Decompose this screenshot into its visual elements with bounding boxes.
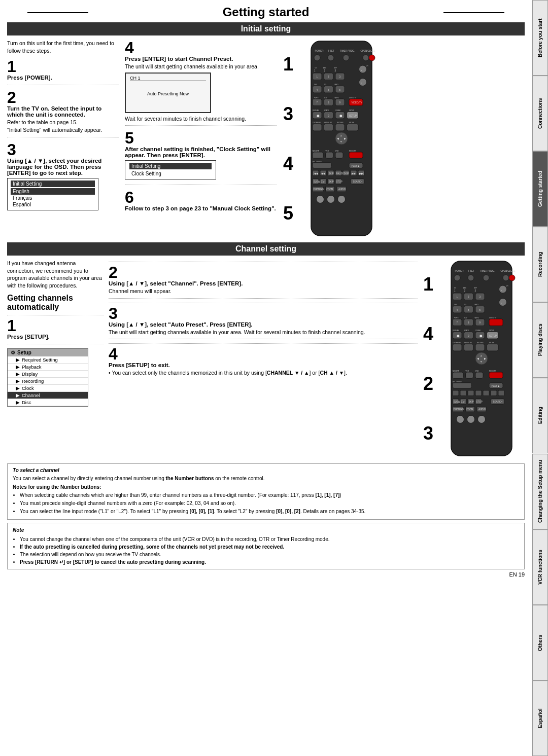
remote-step-label-3: 3 [283, 103, 293, 125]
channel-screen-body: Auto Presetting Now [130, 83, 206, 96]
svg-text:ZOOM: ZOOM [326, 188, 333, 191]
remote-top-step-labels: 1 3 4 5 [283, 40, 293, 238]
channel-intro: If you have changed antenna connection, … [7, 260, 104, 290]
svg-text:|◀◀: |◀◀ [314, 172, 318, 175]
remote-bottom-svg: POWER T-SET TIMER PROG. OPEN/CLOSE GI 1 … [443, 260, 520, 457]
svg-text:TIMER PROG.: TIMER PROG. [480, 270, 495, 272]
sidebar-tab-connections[interactable]: Connections [532, 76, 548, 151]
svg-text:▼: ▼ [340, 140, 342, 143]
svg-text:CLEAR: CLEAR [335, 110, 341, 112]
svg-rect-208 [483, 390, 489, 396]
svg-text:STOP: STOP [476, 401, 483, 403]
page-title: Getting started [223, 5, 310, 19]
step-4-block: 4 Press [ENTER] to start Channel Preset.… [125, 40, 277, 126]
sidebar-tab-getting-started[interactable]: Getting started [532, 151, 548, 227]
svg-point-9 [369, 55, 375, 61]
svg-text:AUDIO: AUDIO [338, 188, 346, 191]
svg-rect-80 [326, 152, 333, 158]
step-4-title: Press [ENTER] to start Channel Preset. [125, 56, 277, 62]
page-footer: EN 19 [7, 571, 525, 578]
step-2-title: Turn the TV on. Select the input to whic… [7, 105, 119, 118]
svg-text:DUBBING: DUBBING [314, 188, 324, 191]
svg-text:GI: GI [454, 287, 456, 289]
svg-text:AUDIO: AUDIO [478, 408, 486, 411]
svg-text:REC SPEED: REC SPEED [453, 381, 462, 383]
svg-text:OPEN/CLOSE: OPEN/CLOSE [501, 270, 516, 272]
svg-text:SETUP: SETUP [349, 110, 354, 112]
sidebar-tab-espanol[interactable]: Español [532, 680, 548, 756]
svg-rect-201 [453, 383, 472, 388]
remote-bottom-container: 1 4 2 3 POWER T-SET TIMER PROG. OPEN/CLO… [423, 260, 525, 458]
sidebar-tab-recording[interactable]: Recording [532, 227, 548, 302]
svg-rect-186 [487, 344, 499, 351]
gc-step-2-title: Using [▲ / ▼], select "Channel". Press [… [109, 280, 418, 286]
svg-rect-82 [349, 152, 363, 158]
svg-text:SPACE: SPACE [324, 110, 329, 112]
remote-step-label-5: 5 [283, 203, 293, 224]
step-2-block: 2 Turn the TV on. Select the input to wh… [7, 89, 119, 137]
step-4-subtext: Wait for several minutes to finish chann… [125, 115, 277, 123]
osd-menu-title: Initial Setting [11, 181, 95, 187]
svg-text:T-SET: T-SET [468, 270, 474, 272]
sidebar-tab-before-you-start[interactable]: Before you start [532, 0, 548, 76]
svg-text:MECOTR: MECOTR [453, 370, 460, 372]
svg-rect-199 [489, 372, 503, 378]
page-title-bar: Getting started [7, 5, 525, 19]
gc-step-2-num: 2 [109, 264, 418, 280]
remote-top-svg: POWER T-SET TIMER PROG. OPEN/CLOSE GI 1 … [303, 40, 380, 237]
sidebar-tab-playing-discs[interactable]: Playing discs [532, 302, 548, 378]
initial-setting-header: Initial setting [7, 22, 525, 35]
svg-text:MENU/LIST: MENU/LIST [324, 122, 332, 124]
step-5-title: After channel setting is finished, "Cloc… [125, 146, 277, 158]
svg-text:JKL: JKL [464, 304, 467, 306]
step-3-block: 3 Using [▲ / ▼], select your desired lan… [7, 141, 119, 215]
svg-text:PLAY ▶: PLAY ▶ [352, 165, 360, 167]
clock-screen-title: Initial Setting [129, 163, 212, 169]
svg-text:GHI: GHI [454, 304, 457, 306]
svg-point-227 [457, 416, 464, 423]
remote-bottom-step-labels: 1 4 2 3 [423, 260, 433, 458]
step-2-num: 2 [7, 89, 119, 105]
svg-point-5 [314, 55, 320, 61]
sidebar-tab-vcr-functions[interactable]: VCR functions [532, 529, 548, 605]
svg-text:PQRS: PQRS [454, 317, 459, 319]
setup-menu: ⚙ Setup ▶ Required Setting ▶ Playback ▶ … [7, 348, 88, 407]
svg-text:ENTER: ENTER [349, 122, 355, 124]
svg-rect-206 [468, 390, 474, 396]
svg-point-117 [317, 196, 324, 203]
osd-menu-item-french: Français [11, 195, 95, 201]
svg-text:DISPLAY: DISPLAY [453, 330, 459, 332]
svg-rect-207 [475, 390, 482, 396]
gc-step-3-title: Using [▲ / ▼], select "Auto Preset". Pre… [109, 321, 418, 328]
svg-text:RETURN: RETURN [477, 342, 484, 344]
svg-rect-183 [453, 344, 462, 351]
setup-item-display: ▶ Display [8, 371, 88, 378]
remote-step-label-4: 4 [283, 153, 293, 174]
svg-text:DVD: DVD [475, 370, 479, 372]
svg-text:T-SET: T-SET [328, 50, 334, 52]
svg-text:GHI: GHI [314, 84, 317, 86]
gc-step-4-text: • You can select only the channels memor… [109, 369, 418, 377]
svg-text:▶▶|: ▶▶| [359, 172, 364, 175]
svg-rect-163 [489, 319, 503, 326]
svg-text:SPACE: SPACE [464, 330, 469, 332]
remote-bottom-step-4: 4 [423, 323, 433, 345]
svg-text:▼: ▼ [501, 302, 502, 304]
step-1-block: 1 Press [POWER]. [7, 58, 119, 85]
sidebar-tab-changing-setup[interactable]: Changing the Setup menu [532, 454, 548, 529]
svg-point-127 [483, 275, 489, 281]
step-4-text: The unit will start getting channels ava… [125, 63, 277, 70]
channel-middle-col: 2 Using [▲ / ▼], select "Channel". Press… [109, 260, 418, 458]
step-2-text: Refer to the table on page 15."Initial S… [7, 119, 119, 133]
osd-menu-item-english: English [11, 188, 95, 195]
svg-text:▲: ▲ [340, 134, 342, 137]
svg-text:ABC: ABC [463, 287, 467, 289]
svg-text:SETUP: SETUP [489, 330, 494, 332]
svg-text:SKIP: SKIP [329, 181, 334, 183]
step-6-block: 6 Follow to step 3 on page 23 to "Manual… [125, 189, 277, 215]
sidebar-tab-editing[interactable]: Editing [532, 378, 548, 453]
svg-point-129 [509, 275, 515, 281]
getting-channels-header: Getting channels automatically [7, 294, 104, 312]
sidebar-tab-others[interactable]: Others [532, 605, 548, 680]
step-6-num: 6 [125, 189, 277, 205]
